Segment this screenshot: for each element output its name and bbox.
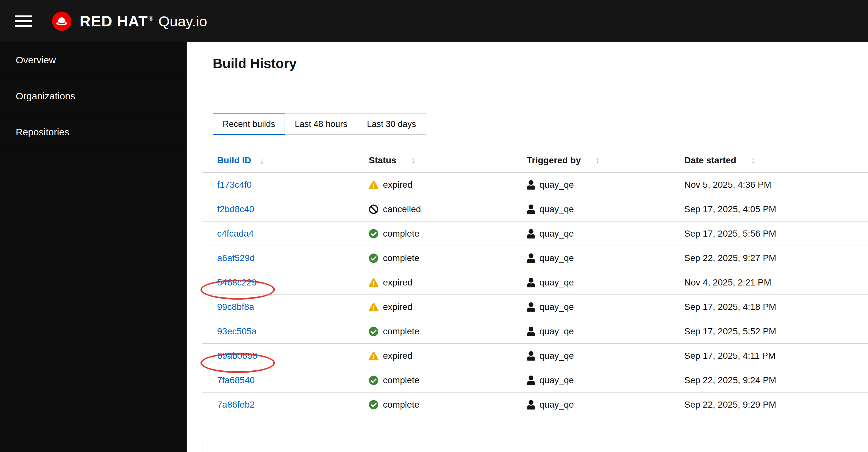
build-id-link[interactable]: a6af529d [217, 253, 255, 263]
next-panel-left-border [202, 436, 203, 452]
triggered-by-label: quay_qe [539, 229, 574, 239]
build-id-link[interactable]: 69ab0698 [217, 351, 257, 361]
user-icon [527, 204, 535, 214]
date-started-label: Sep 22, 2025, 9:29 PM [684, 400, 776, 410]
user-icon [527, 327, 535, 336]
sidebar-item-organizations[interactable]: Organizations [0, 78, 187, 114]
triggered-by-label: quay_qe [539, 253, 574, 263]
build-id-link[interactable]: c4fcada4 [217, 229, 254, 239]
triggered-by-label: quay_qe [539, 277, 574, 288]
brand-text: RED HAT ® Quay.io [80, 12, 207, 30]
sidebar-nav: Overview Organizations Repositories [0, 42, 187, 452]
date-started-label: Sep 22, 2025, 9:27 PM [684, 253, 776, 263]
date-started-label: Nov 4, 2025, 2:21 PM [684, 277, 771, 288]
warning-icon [369, 351, 378, 361]
column-header-status[interactable]: Status [369, 155, 396, 166]
hamburger-bar [15, 16, 32, 17]
date-started-label: Sep 22, 2025, 9:24 PM [684, 375, 776, 386]
user-icon [527, 302, 535, 312]
user-icon [527, 278, 535, 287]
warning-icon [369, 302, 378, 312]
warning-icon [369, 180, 378, 190]
date-started-label: Nov 5, 2025, 4:36 PM [684, 180, 771, 190]
table-row: 5468c229 expired quay_qe Nov [203, 271, 868, 295]
user-icon [527, 375, 535, 385]
sort-icon[interactable]: ↕ [411, 156, 416, 165]
table-row: 7a86feb2 complete quay_qe Se [203, 393, 868, 417]
masthead: RED HAT ® Quay.io [0, 0, 868, 42]
triggered-by-label: quay_qe [539, 326, 574, 337]
date-started-label: Sep 17, 2025, 4:11 PM [684, 351, 775, 361]
filter-last-48-hours[interactable]: Last 48 hours [285, 113, 358, 135]
date-started-label: Sep 17, 2025, 5:56 PM [684, 229, 776, 239]
sort-icon[interactable]: ↕ [751, 156, 755, 165]
table-row: f2bd8c40 cancelled quay_qe S [203, 197, 868, 222]
table-row: 7fa68540 complete quay_qe Se [203, 368, 868, 393]
build-id-link[interactable]: 93ec505a [217, 326, 257, 337]
date-started-label: Sep 17, 2025, 4:05 PM [684, 204, 776, 215]
table-body: f173c4f0 expired quay_qe Nov [203, 173, 868, 417]
table-row: c4fcada4 complete quay_qe Se [203, 222, 868, 246]
check-circle-icon [369, 327, 378, 336]
table-header: Build ID ↓ Status ↕ Triggered by ↕ Date … [203, 148, 868, 173]
status-label: complete [383, 400, 420, 410]
table-row: 93ec505a complete quay_qe Se [203, 319, 868, 344]
user-icon [527, 400, 535, 409]
build-id-link[interactable]: f173c4f0 [217, 180, 251, 190]
sort-icon[interactable]: ↕ [596, 156, 600, 165]
hamburger-menu-icon[interactable] [15, 12, 32, 30]
sidebar-item-overview[interactable]: Overview [0, 42, 187, 78]
brand-product: Quay.io [158, 13, 207, 30]
sidebar-item-label: Overview [16, 55, 56, 65]
brand-home-link[interactable]: RED HAT ® Quay.io [52, 11, 207, 31]
sort-descending-icon[interactable]: ↓ [259, 155, 265, 165]
status-label: expired [383, 277, 412, 288]
build-id-link[interactable]: f2bd8c40 [217, 204, 254, 215]
table-row: 69ab0698 expired quay_qe Sep [203, 344, 868, 368]
warning-icon [369, 278, 378, 287]
triggered-by-label: quay_qe [539, 351, 574, 361]
main-content: Build History Recent builds Last 48 hour… [187, 42, 868, 452]
status-label: expired [383, 351, 412, 361]
triggered-by-label: quay_qe [539, 400, 574, 410]
date-started-label: Sep 17, 2025, 4:18 PM [684, 302, 776, 312]
triggered-by-label: quay_qe [539, 180, 574, 190]
status-label: expired [383, 302, 412, 312]
status-label: expired [383, 180, 412, 190]
check-circle-icon [369, 253, 378, 263]
filter-last-30-days[interactable]: Last 30 days [357, 113, 426, 135]
sidebar-item-label: Repositories [16, 127, 69, 138]
sidebar-item-label: Organizations [16, 91, 75, 102]
status-label: complete [383, 326, 420, 337]
column-header-triggered-by[interactable]: Triggered by [527, 155, 581, 166]
date-started-label: Sep 17, 2025, 5:52 PM [684, 326, 776, 337]
registered-mark: ® [148, 15, 153, 22]
status-label: cancelled [383, 204, 421, 215]
build-id-link[interactable]: 7fa68540 [217, 375, 255, 386]
filter-button-label: Last 48 hours [295, 119, 348, 129]
column-header-build-id[interactable]: Build ID [217, 155, 251, 166]
table-row: f173c4f0 expired quay_qe Nov [203, 173, 868, 197]
build-id-link[interactable]: 5468c229 [217, 277, 257, 288]
hamburger-bar [15, 20, 32, 22]
column-header-date-started[interactable]: Date started [684, 155, 736, 166]
check-circle-icon [369, 375, 378, 385]
user-icon [527, 180, 535, 190]
status-label: complete [383, 253, 420, 263]
table-row: 99c8bf8a expired quay_qe Sep [203, 295, 868, 319]
build-id-link[interactable]: 7a86feb2 [217, 400, 255, 410]
sidebar-item-repositories[interactable]: Repositories [0, 114, 187, 150]
build-id-link[interactable]: 99c8bf8a [217, 302, 254, 312]
status-label: complete [383, 375, 420, 386]
status-label: complete [383, 229, 420, 239]
user-icon [527, 229, 535, 238]
brand-name: RED HAT [80, 12, 148, 30]
user-icon [527, 351, 535, 361]
table-row: a6af529d complete quay_qe Se [203, 246, 868, 271]
filter-toggle-group: Recent builds Last 48 hours Last 30 days [213, 113, 868, 135]
check-circle-icon [369, 229, 378, 238]
page-title: Build History [213, 55, 868, 72]
red-hat-logo-icon [52, 11, 72, 31]
filter-recent-builds[interactable]: Recent builds [213, 113, 285, 135]
hamburger-bar [15, 25, 32, 27]
